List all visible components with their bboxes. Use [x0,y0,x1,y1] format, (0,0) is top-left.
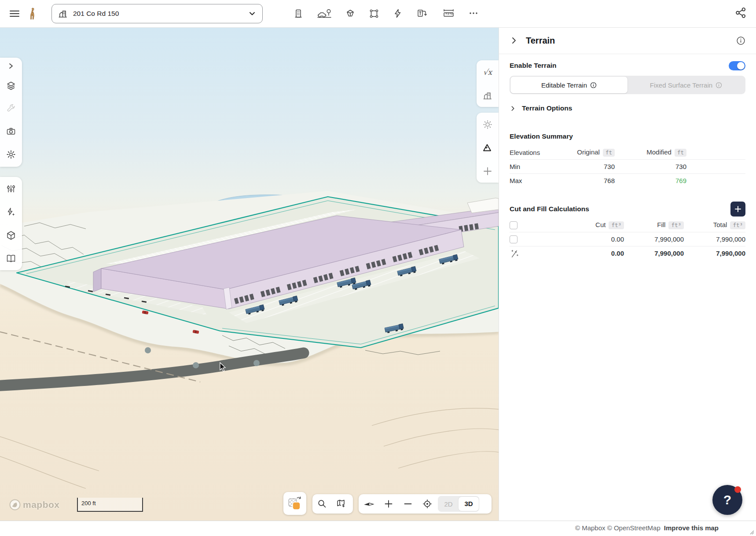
unit-badge[interactable]: ft³ [609,221,624,229]
select-area-tool-button[interactable] [364,4,384,23]
cut-fill-table: Cutft³ Fillft³ Totalft³ 0.00 7,990,000 7… [510,218,745,260]
compass-icon [363,498,375,510]
compass-bearing-button[interactable] [360,494,379,514]
lightning-icon [393,8,403,19]
mode-2d-option[interactable]: 2D [438,500,459,508]
unit-badge[interactable]: ft³ [730,221,745,229]
map-3d-scene[interactable] [0,27,499,521]
mapbox-pin-icon [9,499,21,511]
map-edge-tools-bottom [477,113,499,183]
mode-3d-option[interactable]: 3D [459,497,479,511]
prism-icon [345,8,356,19]
improve-map-link[interactable]: Improve this map [664,524,719,532]
collapse-panel-button[interactable] [509,35,519,46]
basemap-icon [287,496,302,511]
target-icon [422,499,433,509]
massing-tool-button[interactable] [340,4,360,23]
map-style-button[interactable] [332,494,351,514]
buildings-panel-button[interactable] [477,84,499,107]
share-button[interactable] [732,4,750,22]
more-tools-button[interactable] [463,4,484,23]
guide-button[interactable] [0,247,22,270]
map-sidebar-primary [0,58,22,167]
terrain-options-expander[interactable]: Terrain Options [510,103,745,114]
drawing-tools [288,4,484,23]
panel-header: Terrain [499,27,756,54]
buildings-tool-button[interactable] [288,4,308,23]
3d-models-button[interactable] [0,224,22,247]
book-icon [6,253,16,264]
giraffe-logo [27,7,38,22]
map-settings-icon [336,499,347,509]
view-mode-toggle: 2D 3D [438,496,479,512]
magic-wand-icon [510,249,519,258]
project-selector[interactable]: 201 Co Rd 150 [51,4,263,23]
chevron-right-icon [510,36,518,45]
table-row-min: Min 730 730 [510,159,745,173]
map-search-group [312,494,353,514]
terrain-panel-button[interactable] [477,136,499,159]
mountain-icon [482,143,493,153]
ruler-icon [443,8,455,19]
chevron-right-icon [7,62,15,70]
chevron-right-icon [510,105,516,112]
plus-icon [482,166,493,176]
enable-terrain-label: Enable Terrain [510,62,557,70]
enable-terrain-toggle[interactable] [729,61,745,70]
add-calculation-button[interactable] [730,202,745,217]
select-all-checkbox[interactable] [510,221,517,229]
settings-button[interactable] [0,143,22,166]
unit-badge[interactable]: ft [603,149,615,157]
col-modified: Modifiedft [615,148,686,157]
tab-editable-terrain[interactable]: Editable Terrain [510,77,628,93]
filters-button[interactable] [0,177,22,200]
chevron-down-icon [248,10,256,18]
building-icon [293,8,304,19]
building-small-icon [483,91,492,100]
wrench-icon [6,103,16,114]
menu-button[interactable] [6,5,23,22]
layers-button[interactable] [0,74,22,97]
row-checkbox[interactable] [510,235,517,243]
help-glyph: ? [723,492,731,507]
camera-button[interactable] [0,120,22,143]
gear-icon [6,149,16,160]
locate-button[interactable] [418,494,437,514]
quick-actions-tool-button[interactable] [388,4,408,23]
map-search-button[interactable] [312,494,332,514]
tab-fixed-surface-terrain[interactable]: Fixed Surface Terrain [628,77,745,93]
unit-badge[interactable]: ft [675,149,686,157]
zoom-in-button[interactable] [379,494,398,514]
map-nav-group: 2D 3D [359,494,492,514]
map-scale-bar: 200 ft [77,498,143,512]
notification-dot [734,486,741,493]
mobility-landscape-tool-button[interactable] [312,4,337,23]
search-icon [317,499,327,509]
info-icon [716,82,722,88]
expand-sidebar-button[interactable] [0,58,22,74]
map-sidebar-secondary [0,177,22,270]
terrain-panel: Terrain Enable Terrain Editable Terrain [499,27,756,521]
map-edge-tools-top: √x [477,60,499,107]
text-annotation-tool-button[interactable] [411,4,434,23]
col-fill: Fillft³ [624,221,684,229]
sun-shadow-button[interactable] [477,113,499,136]
mapbox-logo[interactable]: mapbox [9,499,60,511]
plus-icon [383,499,394,509]
help-button[interactable]: ? [712,485,742,515]
measure-tool-button[interactable] [438,4,460,23]
col-original: Originalft [544,148,615,157]
project-building-icon [58,9,68,18]
formula-button[interactable]: √x [477,60,499,84]
app-toolbar: 201 Co Rd 150 [0,0,756,28]
project-name: 201 Co Rd 150 [73,10,243,18]
add-layer-button[interactable] [477,159,499,183]
cut-fill-table-header: Cutft³ Fillft³ Totalft³ [510,218,745,232]
map-canvas[interactable]: √x [0,27,499,521]
automations-button[interactable] [0,200,22,224]
panel-info-button[interactable] [735,35,746,46]
spanner-button[interactable] [0,97,22,120]
basemap-switcher-button[interactable] [283,492,306,515]
unit-badge[interactable]: ft³ [668,221,684,229]
zoom-out-button[interactable] [398,494,418,514]
